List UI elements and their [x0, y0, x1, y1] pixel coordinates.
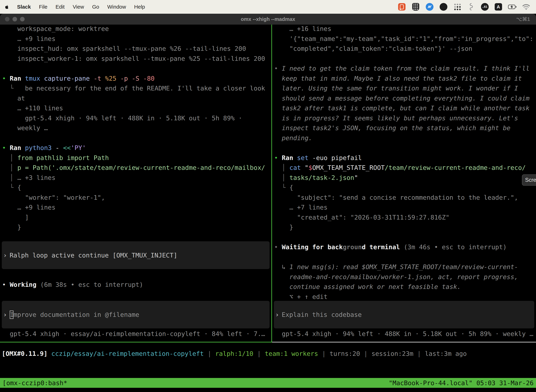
terminal-line: • Ran tmux capture-pane -t %25 -p -S -80: [2, 74, 271, 84]
terminal-line: "created_at": "2026-03-31T11:59:27.816Z": [274, 213, 536, 223]
terminal-line: task2 after task1 is complete, but can I…: [274, 103, 536, 113]
wifi-icon[interactable]: [522, 3, 530, 11]
close-button[interactable]: [5, 17, 10, 21]
input-placeholder: mprove documentation in @filename: [14, 311, 139, 318]
terminal-line: [274, 54, 536, 64]
omx-session-status-bar: [OMX#0.11.9] cczip/essay/ai-reimplementa…: [2, 349, 536, 359]
tmux-status-bar: [omx-cczip0:bash* "MacBook-Pro-44.local"…: [0, 378, 536, 388]
terminal-line: │ … +3 lines: [2, 173, 271, 183]
terminal-line: • I need to get the claim token from the…: [274, 64, 536, 74]
terminal-line: [274, 252, 536, 262]
text-cursor: I: [10, 311, 14, 319]
zoom-button[interactable]: [20, 17, 25, 21]
terminal-line: is in progress? It seems likely but perh…: [274, 113, 536, 123]
terminal-line: • Working (6m 38s • esc to interrupt): [2, 280, 271, 290]
tmux-session-label: [omx-cczip0:bash*: [2, 379, 67, 387]
assistant-app-icon[interactable]: [439, 3, 448, 11]
menu-item-view[interactable]: View: [73, 4, 84, 10]
battery-icon[interactable]: [508, 3, 517, 11]
terminal-line: later. Using the same for transition mig…: [274, 84, 536, 93]
terminal-window: omx --xhigh --madmax ⌥⌘1 workspace_mode:…: [0, 14, 536, 392]
menu-item-help[interactable]: Help: [134, 4, 145, 10]
terminal-line: }: [274, 222, 536, 232]
terminal-line: at: [2, 93, 271, 103]
menu-item-app[interactable]: Slack: [17, 4, 31, 10]
prompt-input-left[interactable]: › I mprove documentation in @filename: [2, 301, 270, 328]
terminal-line: ↳ 1 new msg(s): read $OMX_TEAM_STATE_ROO…: [274, 262, 536, 272]
usage-badge-icon[interactable]: ..61: [481, 3, 489, 11]
minimize-button[interactable]: [13, 17, 17, 21]
privacy-shield-icon[interactable]: [412, 3, 420, 11]
menu-item-file[interactable]: File: [39, 4, 47, 10]
terminal-line: workspace_mode: worktree: [2, 25, 271, 34]
screen-overlay-button[interactable]: Scre: [522, 174, 536, 186]
menu-item-edit[interactable]: Edit: [56, 4, 65, 10]
terminal-line: "completed","claim_token":"claim-token"}…: [274, 44, 536, 54]
terminal-line: [OMX#0.11.9] cczip/essay/ai-reimplementa…: [2, 349, 536, 359]
terminal-line: gpt-5.4 xhigh · 94% left · 488K in · 5.1…: [274, 329, 536, 339]
terminal-line: … +110 lines: [2, 103, 271, 113]
terminal-line: should send a message before completing …: [274, 93, 536, 103]
sync-bolt-icon[interactable]: [425, 3, 434, 11]
terminal-left-pane[interactable]: workspace_mode: worktree … +9 lines insp…: [0, 25, 271, 342]
screenshot-indicator-icon[interactable]: [397, 3, 406, 11]
terminal-line: gpt-5.4 xhigh · essay/ai-reimplementatio…: [2, 329, 271, 339]
terminal-line: continue assigned work or next feasible …: [274, 282, 536, 292]
terminal-line: … +9 lines: [2, 34, 271, 44]
terminal-line: [2, 64, 271, 74]
prompt-input-right[interactable]: › Explain this codebase: [274, 301, 534, 328]
menu-bar: Slack File Edit View Go Window Help: [0, 0, 536, 14]
terminal-line: … +9 lines: [2, 202, 271, 213]
terminal-line: inspect task2's JSON, focusing on the st…: [274, 123, 536, 133]
terminal-line: readme-and-reco/mailbox/worker-1.json, a…: [274, 272, 536, 282]
menu-item-window[interactable]: Window: [107, 4, 126, 10]
input-source-icon[interactable]: A: [494, 3, 502, 11]
menu-item-go[interactable]: Go: [92, 4, 99, 10]
terminal-line: │ p = Path('.omx/state/team/review-curre…: [2, 163, 271, 173]
terminal-line: ]: [2, 213, 271, 223]
terminal-line: • Ran python3 - <<'PY': [2, 143, 271, 153]
terminal-line: pending.: [274, 133, 536, 143]
terminal-right-pane[interactable]: … +16 lines '{"team_name":"my-team","tas…: [272, 25, 536, 342]
squiggle-utility-icon[interactable]: [467, 3, 475, 11]
terminal-line: … +7 lines: [274, 202, 536, 213]
right-pane-output: … +16 lines '{"team_name":"my-team","tas…: [274, 25, 536, 302]
terminal-line: └ {: [2, 183, 271, 193]
terminal-line: [274, 232, 536, 242]
terminal-line: … +16 lines: [274, 25, 536, 34]
working-status-line: • Working (6m 38s • esc to interrupt): [2, 280, 271, 290]
ralph-loop-banner: › Ralph loop active continue [OMX_TMUX_I…: [2, 241, 270, 269]
terminal-line: }: [2, 222, 271, 232]
terminal-line: │ cat "$OMX_TEAM_STATE_ROOT/team/review-…: [274, 163, 536, 173]
terminal-line: [274, 143, 536, 153]
terminal-line: keep that in mind. Maybe I also need the…: [274, 74, 536, 84]
terminal-line: '{"team_name":"my-team","task_id":"1","f…: [274, 34, 536, 44]
terminal-line: "subject": "send a concise recommendatio…: [274, 193, 536, 203]
input-placeholder: Explain this codebase: [282, 311, 362, 318]
terminal-line: • Waiting for background terminal (3m 46…: [274, 242, 536, 252]
left-pane-output: workspace_mode: worktree … +9 lines insp…: [2, 25, 271, 232]
terminal-line: inspect_worker-1: omx sparkshell --tmux-…: [2, 54, 271, 64]
terminal-line: └ be necessary for the end of the README…: [2, 84, 271, 93]
desktop: Slack File Edit View Go Window Help: [0, 0, 536, 392]
terminal-line: └ {: [274, 183, 536, 193]
menu-status-icons: ..61 A: [397, 3, 531, 11]
prompt-chevron-icon: ›: [3, 311, 7, 318]
window-title: omx --xhigh --madmax: [241, 16, 295, 22]
terminal-line: [2, 133, 271, 143]
terminal-line: gpt-5.4 xhigh · 94% left · 488K in · 5.1…: [2, 113, 271, 123]
left-pane-model-status: gpt-5.4 xhigh · essay/ai-reimplementatio…: [2, 329, 271, 339]
app-grid-icon[interactable]: [453, 3, 462, 11]
apple-menu-icon[interactable]: [5, 4, 9, 10]
window-shortcut-badge: ⌥⌘1: [516, 14, 530, 25]
terminal-line: • Ran set -euo pipefail: [274, 153, 536, 163]
terminal-line: │ tasks/task-2.json": [274, 173, 536, 183]
prompt-chevron-icon: ›: [3, 252, 7, 259]
terminal-line: │ from pathlib import Path: [2, 153, 271, 163]
ralph-loop-label: Ralph loop active continue [OMX_TMUX_INJ…: [10, 252, 177, 259]
terminal-line: ⌥ + ↑ edit: [274, 292, 536, 302]
tmux-panes: workspace_mode: worktree … +9 lines insp…: [0, 25, 536, 342]
terminal-line: weekly …: [2, 123, 271, 133]
window-title-bar[interactable]: omx --xhigh --madmax ⌥⌘1: [0, 14, 536, 25]
prompt-chevron-icon: ›: [275, 311, 279, 318]
